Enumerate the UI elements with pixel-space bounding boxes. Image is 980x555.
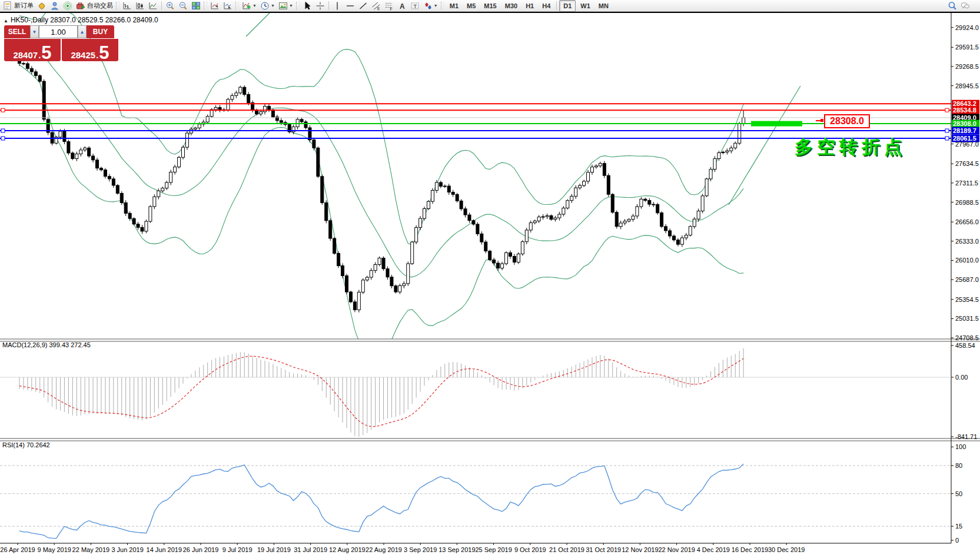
profile-icon	[50, 1, 59, 11]
fibonacci-button[interactable]: F	[383, 1, 395, 11]
support-highlight-bar[interactable]	[751, 121, 802, 127]
line-handle[interactable]	[945, 137, 949, 140]
trendline-button[interactable]	[357, 1, 369, 11]
date-tick-label: 22 Aug 2019	[366, 546, 402, 553]
buy-price: 28425	[71, 51, 95, 59]
auto-scroll-button[interactable]	[209, 1, 221, 11]
crosshair-icon	[315, 1, 325, 11]
periods-button[interactable]: ▼	[259, 1, 276, 11]
collapse-chart-icon[interactable]: ▲	[4, 18, 8, 24]
line-handle[interactable]	[1, 137, 5, 140]
date-tick-label: 9 Jul 2019	[222, 546, 253, 553]
line-handle[interactable]	[1, 108, 5, 112]
toolbar-separator	[161, 1, 162, 10]
volume-input[interactable]	[39, 25, 78, 38]
price-tick-label: 26656.0	[955, 218, 979, 225]
tile-icon	[191, 1, 201, 11]
date-tick-label: 31 Oct 2019	[586, 546, 621, 553]
candlestick-chart-button[interactable]	[134, 1, 146, 11]
line-handle[interactable]	[945, 129, 949, 132]
timeframe-m1-button[interactable]: M1	[446, 1, 462, 11]
timeframe-d1-button[interactable]: D1	[559, 0, 576, 12]
indicators-button[interactable]: ▼	[241, 1, 258, 11]
zoom-out-button[interactable]	[177, 1, 189, 11]
date-tick-label: 9 Oct 2019	[514, 546, 546, 553]
signals-button[interactable]	[62, 1, 74, 11]
template-icon	[278, 1, 288, 11]
svg-text:A: A	[400, 2, 405, 10]
text-label-button[interactable]: T	[409, 1, 421, 11]
timeframe-w1-button[interactable]: W1	[577, 1, 594, 11]
macd-indicator-label: MACD(12,26,9) 399.43 272.45	[2, 341, 91, 348]
price-tick-label: 29591.5	[955, 44, 979, 51]
chart-title: HK50-,Daily 28307.0 28529.5 28266.0 2840…	[11, 16, 158, 24]
svg-text:F: F	[390, 6, 392, 11]
turning-point-annotation: 多空转折点	[795, 135, 906, 159]
cursor-button[interactable]	[301, 1, 313, 11]
vertical-line-button[interactable]	[331, 1, 343, 11]
sell-price-button[interactable]: 28407.5	[4, 39, 61, 61]
line-chart-button[interactable]	[147, 1, 159, 11]
timeframe-h4-button[interactable]: H4	[539, 1, 554, 11]
arrows-button[interactable]: ▼	[422, 1, 439, 11]
auto-trading-button[interactable]: 自动交易	[75, 1, 114, 11]
price-callout-label[interactable]: 28308.0	[824, 114, 870, 128]
axis-bars-icon	[122, 1, 132, 11]
tile-windows-button[interactable]	[190, 1, 202, 11]
sell-price: 28407	[13, 51, 38, 59]
volume-increase-button[interactable]: ▲	[78, 25, 87, 38]
profile-button[interactable]	[49, 1, 61, 11]
channel-button[interactable]: E	[370, 1, 382, 11]
zoom-in-button[interactable]	[164, 1, 176, 11]
rsi-indicator-label: RSI(14) 70.2642	[2, 441, 50, 448]
timeframe-m5-button[interactable]: M5	[463, 1, 479, 11]
rsi-tick-label: 15	[955, 523, 962, 530]
search-button[interactable]	[946, 1, 958, 11]
horizontal-line-button[interactable]	[344, 1, 356, 11]
timeframe-m15-button[interactable]: M15	[480, 1, 500, 11]
timeframe-h1-button[interactable]: H1	[522, 1, 537, 11]
bollinger-middle	[19, 41, 743, 277]
templates-button[interactable]: ▼	[277, 1, 294, 11]
buy-button[interactable]: BUY	[87, 25, 114, 38]
date-tick-label: 12 Aug 2019	[329, 546, 366, 553]
chart-title-bar: ▲HK50-,Daily 28307.0 28529.5 28266.0 284…	[4, 16, 158, 24]
toolbar-separator	[556, 1, 557, 10]
toolbar-drag-handle	[441, 2, 444, 10]
line-handle[interactable]	[945, 108, 949, 112]
signals-icon	[63, 1, 72, 11]
chat-button[interactable]	[959, 1, 971, 11]
sell-button[interactable]: SELL	[4, 25, 30, 38]
bar-chart-button[interactable]	[121, 1, 133, 11]
timeframe-m30-button[interactable]: M30	[501, 1, 521, 11]
chart-shift-button[interactable]	[222, 1, 234, 11]
candlestick-series	[18, 57, 745, 313]
crosshair-button[interactable]	[314, 1, 326, 11]
price-tick-label: 27967.0	[955, 141, 979, 148]
toolbar-drag-handle	[296, 2, 300, 10]
market-watch-button[interactable]	[36, 1, 48, 11]
svg-text:T: T	[413, 3, 417, 9]
trendline-object-2[interactable]	[246, 13, 270, 36]
rsi-tick-label: 80	[955, 462, 962, 469]
vline-icon	[333, 1, 342, 11]
volume-decrease-button[interactable]: ▼	[30, 25, 39, 38]
date-tick-label: 9 May 2019	[37, 546, 71, 553]
date-tick-label: 31 Jul 2019	[294, 546, 327, 553]
date-tick-label: 16 Dec 2019	[732, 546, 768, 553]
line-handle[interactable]	[1, 129, 5, 132]
doc-new-icon	[3, 1, 12, 11]
text-button[interactable]: A	[396, 1, 408, 11]
date-tick-label: 30 Dec 2019	[768, 546, 805, 553]
axis-price-flag-text: 28189.7	[953, 127, 976, 134]
new-order-button[interactable]: 新订单	[2, 1, 35, 11]
hline-icon	[346, 1, 355, 11]
buy-price-button[interactable]: 28425.5	[62, 39, 118, 61]
price-tick-label: 25687.0	[955, 276, 979, 283]
rsi-tick-label: 50	[955, 490, 962, 497]
sell-price-pips: 5	[41, 46, 51, 59]
axis-price-flag-text: 28308.0	[953, 120, 976, 127]
toolbar: 新订单自动交易▼▼▼EFAT▼M1M5M15M30H1H4D1W1MN	[0, 0, 980, 12]
timeframe-mn-button[interactable]: MN	[595, 1, 612, 11]
price-tick-label: 24708.5	[955, 334, 979, 341]
